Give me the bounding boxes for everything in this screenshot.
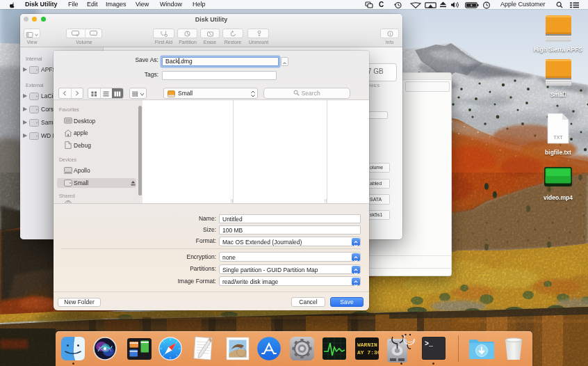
svg-text:WARNIN: WARNIN [357,342,377,348]
svg-text:AY 7:36: AY 7:36 [357,349,379,356]
svg-text:TXT: TXT [553,135,563,140]
svg-text:>_: >_ [425,340,434,348]
